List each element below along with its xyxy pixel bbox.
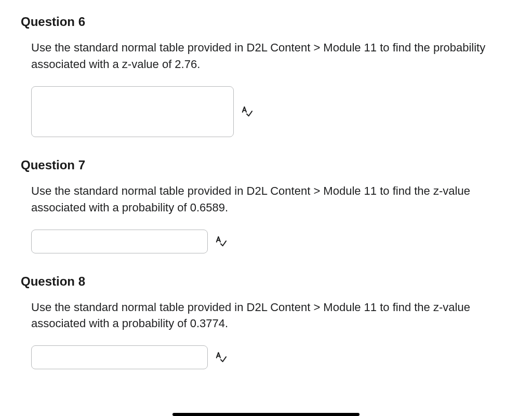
question-6-title: Question 6 [21, 15, 511, 29]
question-6-block: Question 6 Use the standard normal table… [21, 15, 511, 137]
question-7-answer-row [31, 230, 511, 253]
question-8-prompt: Use the standard normal table provided i… [31, 299, 499, 332]
question-6-answer-input[interactable] [31, 86, 234, 137]
home-indicator [172, 413, 360, 416]
question-7-block: Question 7 Use the standard normal table… [21, 158, 511, 253]
question-6-prompt: Use the standard normal table provided i… [31, 39, 499, 73]
spellcheck-icon[interactable] [215, 236, 227, 247]
question-8-answer-row [31, 345, 511, 369]
question-7-title: Question 7 [21, 158, 511, 172]
question-8-block: Question 8 Use the standard normal table… [21, 274, 511, 370]
spellcheck-icon[interactable] [215, 352, 227, 363]
question-8-answer-input[interactable] [31, 345, 208, 369]
spellcheck-icon[interactable] [241, 106, 252, 117]
question-7-prompt: Use the standard normal table provided i… [31, 183, 499, 216]
question-6-answer-row [31, 86, 511, 137]
question-8-title: Question 8 [21, 274, 511, 289]
question-7-answer-input[interactable] [31, 230, 208, 253]
